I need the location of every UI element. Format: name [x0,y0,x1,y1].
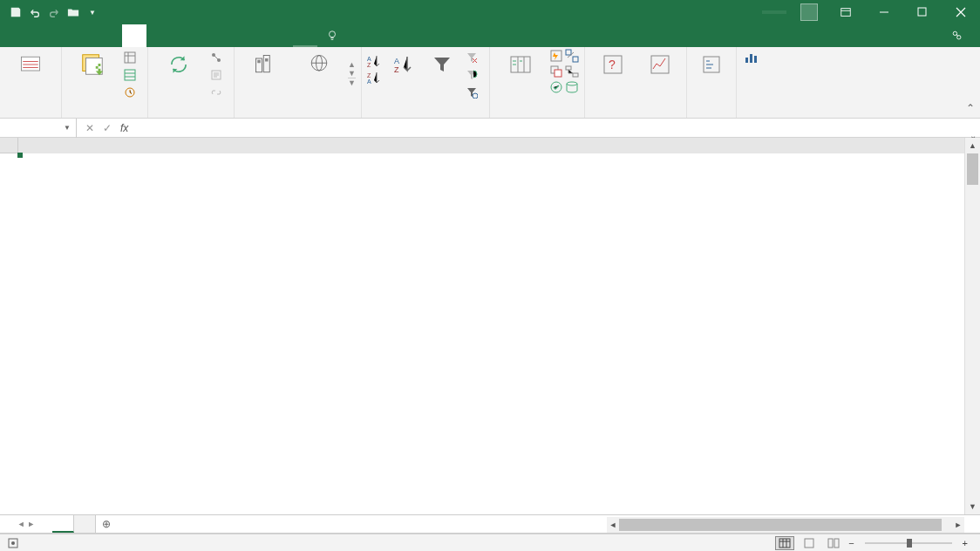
zoom-in-button[interactable]: + [963,538,968,548]
flash-fill-icon[interactable] [549,49,563,63]
tab-design[interactable] [293,24,317,47]
add-sheet-button[interactable]: ⊕ [96,518,117,530]
datatype-next-icon[interactable]: ▼ [348,69,356,78]
normal-view-button[interactable] [775,536,794,550]
forecast-sheet-button[interactable] [639,49,681,80]
save-icon[interactable] [9,5,23,19]
cancel-formula-icon[interactable]: ✕ [85,122,94,134]
select-all-corner[interactable] [0,138,18,153]
folder-icon[interactable] [66,5,80,19]
close-button[interactable] [942,0,980,24]
group-data-tools [495,116,579,118]
sort-za-button[interactable]: ZA [367,71,383,85]
user-area[interactable] [786,3,827,21]
sheet-nav[interactable]: ◄ ► [0,520,52,528]
maximize-button[interactable] [903,0,942,24]
ribbon-display-options[interactable] [827,0,865,24]
svg-rect-9 [125,70,135,80]
hscroll-left-icon[interactable]: ◄ [607,520,619,529]
tell-me-search[interactable] [317,24,939,47]
tab-developer[interactable] [195,24,220,47]
redo-icon[interactable] [47,5,61,19]
cell-grid[interactable] [18,153,964,514]
tab-inquire[interactable] [244,24,269,47]
connections-button[interactable] [208,49,228,66]
properties-icon [209,68,223,82]
remove-duplicates-icon[interactable] [549,65,563,78]
filter-button[interactable] [425,49,459,80]
scroll-up-icon[interactable]: ▲ [965,138,980,153]
page-break-view-button[interactable] [824,536,843,550]
minimize-button[interactable] [865,0,903,24]
tab-file[interactable] [0,24,24,47]
properties-button[interactable] [208,66,228,84]
new-query-button[interactable] [67,49,118,80]
fill-handle[interactable] [17,153,23,158]
get-external-data-icon [17,51,44,78]
tab-formulas[interactable] [98,24,122,47]
sheet-tab-salespeople[interactable] [74,515,96,533]
scroll-down-icon[interactable]: ▼ [965,499,980,514]
recent-sources-button[interactable] [121,84,142,101]
tab-help[interactable] [220,24,244,47]
refresh-all-button[interactable] [153,49,204,80]
what-if-button[interactable]: ? [590,49,636,80]
qat-customize-icon[interactable]: ▼ [85,5,99,19]
name-box[interactable]: ▼ [0,119,77,138]
text-to-columns-button[interactable] [495,49,546,80]
consolidate-icon[interactable] [565,49,579,63]
enter-formula-icon[interactable]: ✓ [103,122,112,134]
stocks-button[interactable] [240,49,290,80]
svg-rect-48 [828,539,833,548]
tab-page-layout[interactable] [73,24,98,47]
tab-power-pivot[interactable] [269,24,293,47]
fx-icon[interactable]: fx [120,122,133,134]
outline-button[interactable] [692,49,731,80]
sheet-tab-entry[interactable] [52,515,74,533]
advanced-button[interactable] [463,84,484,101]
datatype-more-icon[interactable]: ▼ [348,78,356,87]
get-external-data-button[interactable] [5,49,56,80]
undo-icon[interactable] [28,5,42,19]
clear-button[interactable] [463,49,484,66]
reapply-button[interactable] [463,66,484,84]
from-table-icon [123,68,137,82]
svg-rect-47 [805,539,813,548]
vertical-scrollbar[interactable]: ▲ ▼ [964,138,980,514]
edit-links-icon [209,85,223,99]
clear-icon [465,51,479,65]
refresh-icon [165,51,193,78]
share-button[interactable] [939,24,980,47]
show-queries-button[interactable] [121,49,142,66]
svg-text:A: A [367,56,371,62]
data-validation-icon[interactable] [549,80,563,94]
sort-az-button[interactable]: AZ [367,54,383,68]
tab-insert[interactable] [49,24,73,47]
manage-data-model-icon[interactable] [565,80,579,94]
zoom-out-button[interactable]: − [848,538,854,548]
record-macro-icon[interactable] [7,537,19,549]
collapse-ribbon-icon[interactable]: ⌃ [966,102,975,114]
tab-review[interactable] [146,24,171,47]
hscroll-thumb[interactable] [619,519,942,531]
data-analysis-button[interactable] [742,49,763,66]
tab-view[interactable] [171,24,195,47]
datatype-prev-icon[interactable]: ▲ [348,60,356,69]
namebox-dropdown-icon[interactable]: ▼ [64,124,71,132]
scroll-thumb[interactable] [967,153,978,185]
column-headers[interactable] [18,138,964,153]
horizontal-scrollbar[interactable]: ◄ ► [607,517,964,533]
from-table-button[interactable] [121,66,142,84]
outline-icon [698,51,725,78]
relationships-icon[interactable] [565,65,579,78]
page-layout-view-button[interactable] [800,536,819,550]
zoom-slider[interactable] [865,542,952,544]
geography-button[interactable] [294,49,344,80]
tab-data[interactable] [122,24,146,47]
svg-rect-5 [22,57,40,71]
hscroll-right-icon[interactable]: ► [952,520,964,529]
tab-home[interactable] [24,24,49,47]
sort-button[interactable]: AZ [386,49,421,80]
edit-links-button[interactable] [208,84,228,101]
svg-rect-30 [573,57,578,62]
